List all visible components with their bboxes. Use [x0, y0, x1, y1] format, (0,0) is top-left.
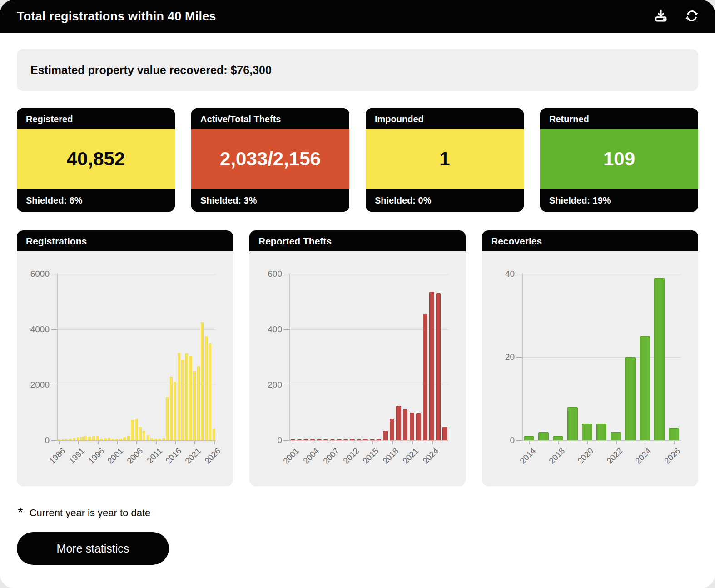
y-axis-line — [57, 274, 58, 440]
y-axis-label: 2000 — [17, 380, 50, 390]
refresh-button[interactable] — [683, 8, 700, 25]
stat-card-footer: Shielded: 19% — [540, 189, 698, 212]
bar — [189, 356, 192, 440]
bar — [166, 397, 169, 440]
stat-cards-row: Registered 40,852 Shielded: 6% Active/To… — [17, 108, 698, 212]
y-axis-label: 0 — [249, 435, 282, 445]
y-axis-label: 400 — [249, 324, 282, 334]
x-axis-tick — [392, 441, 393, 444]
bar — [323, 439, 328, 440]
x-axis-tick — [194, 441, 195, 444]
title-bar: Total registrations within 40 Miles — [0, 0, 715, 33]
bar — [436, 293, 441, 440]
bar — [80, 437, 83, 440]
bar — [337, 439, 342, 440]
bar — [429, 292, 434, 440]
bar — [154, 439, 157, 440]
bar — [310, 439, 315, 440]
bar — [112, 439, 114, 440]
stat-card-impounded: Impounded 1 Shielded: 0% — [366, 108, 524, 212]
download-button[interactable] — [652, 8, 670, 25]
y-axis-tick — [51, 274, 57, 274]
bar — [442, 427, 447, 441]
bar — [303, 439, 308, 440]
bar — [596, 424, 607, 440]
x-axis-tick — [353, 441, 353, 444]
stat-card-registered: Registered 40,852 Shielded: 6% — [17, 108, 175, 212]
bar — [330, 439, 335, 440]
chart-title: Recoveries — [482, 230, 698, 251]
x-axis-tick — [175, 441, 176, 444]
bar — [357, 439, 362, 440]
stat-card-value: 1 — [366, 129, 524, 189]
bar — [669, 428, 679, 440]
bar — [174, 382, 176, 440]
x-axis-tick — [117, 441, 118, 444]
y-axis-tick — [516, 357, 522, 358]
stat-card-label: Impounded — [366, 108, 524, 129]
more-statistics-button[interactable]: More statistics — [17, 532, 169, 565]
bar — [567, 407, 578, 440]
bar — [625, 357, 636, 440]
y-axis-tick — [516, 274, 522, 274]
download-icon — [653, 8, 669, 25]
bar — [185, 353, 188, 440]
y-axis-line — [289, 274, 290, 440]
x-axis-tick — [587, 441, 588, 444]
y-axis-tick — [51, 329, 57, 330]
bar — [403, 409, 408, 440]
reported-thefts-chart-panel: Reported Thefts 020040060020012004200720… — [249, 230, 466, 486]
bar — [553, 436, 563, 440]
bar — [73, 438, 75, 440]
x-axis-tick — [432, 441, 433, 444]
y-axis-tick — [284, 274, 289, 274]
bar — [65, 439, 68, 440]
x-axis-tick — [78, 441, 79, 444]
bar — [115, 439, 118, 440]
gridline — [289, 274, 448, 274]
bar — [396, 406, 401, 440]
bar — [57, 439, 60, 440]
y-axis-label: 40 — [482, 269, 515, 279]
footnote-asterisk: * — [18, 506, 23, 518]
x-axis-tick — [313, 441, 313, 444]
gridline — [57, 329, 216, 330]
bar — [69, 439, 72, 440]
x-axis-tick — [372, 441, 373, 444]
widget-title: Total registrations within 40 Miles — [17, 10, 216, 24]
gridline — [522, 274, 681, 274]
y-axis-tick — [284, 385, 289, 385]
bar — [178, 353, 180, 440]
recovered-value-banner: Estimated property value recovered: $76,… — [17, 49, 698, 91]
bar — [104, 438, 107, 440]
x-axis-tick — [98, 441, 99, 444]
stat-card-value: 109 — [540, 129, 698, 189]
recovered-value-text: Estimated property value recovered: $76,… — [30, 64, 272, 77]
x-axis-tick — [645, 441, 645, 444]
gridline — [57, 274, 216, 274]
bar — [123, 437, 126, 440]
bar — [143, 431, 145, 440]
bar — [92, 436, 95, 440]
y-axis-label: 0 — [17, 435, 50, 445]
statistics-widget: Total registrations within 40 Miles — [0, 0, 715, 588]
bar — [158, 439, 161, 440]
stat-card-footer: Shielded: 0% — [366, 189, 524, 212]
stat-card-value: 40,852 — [17, 129, 175, 189]
registrations-chart: 0200040006000198619911996200120062011201… — [17, 251, 233, 486]
bar — [147, 435, 149, 440]
bar — [654, 278, 665, 440]
bar — [119, 439, 122, 440]
charts-row: Registrations 02000400060001986199119962… — [17, 230, 698, 486]
bar — [139, 427, 141, 440]
x-axis-tick — [674, 441, 675, 444]
stat-card-returned: Returned 109 Shielded: 19% — [540, 108, 698, 212]
bar — [100, 439, 103, 440]
bar — [131, 420, 134, 440]
bar — [350, 439, 355, 440]
reported-thefts-chart: 0200400600200120042007201220152018202120… — [249, 251, 466, 486]
x-axis-tick — [616, 441, 617, 444]
stat-card-label: Returned — [540, 108, 698, 129]
bar — [181, 360, 184, 440]
y-axis-tick — [51, 440, 57, 441]
